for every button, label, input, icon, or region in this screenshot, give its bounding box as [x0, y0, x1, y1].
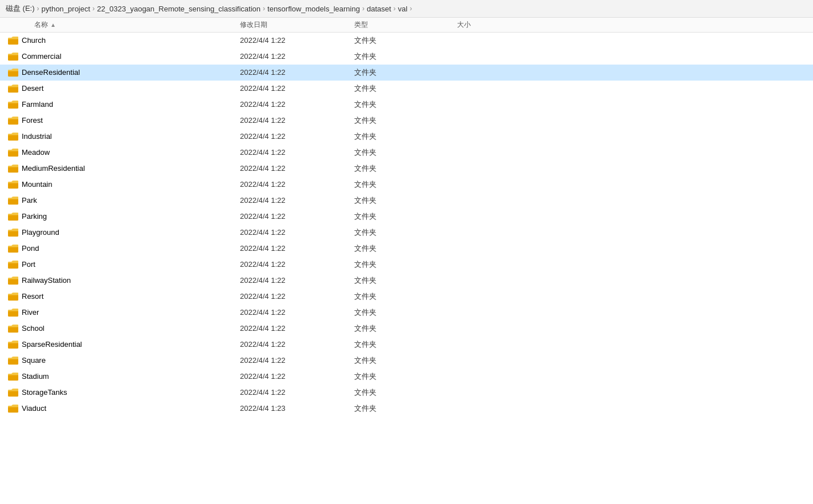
file-type: 文件夹: [354, 195, 457, 206]
svg-rect-22: [8, 390, 18, 397]
file-date: 2022/4/4 1:22: [240, 132, 354, 141]
file-type: 文件夹: [354, 115, 457, 126]
table-row[interactable]: Meadow 2022/4/4 1:22 文件夹: [0, 145, 813, 161]
sep-2: ›: [93, 5, 95, 13]
file-type: 文件夹: [354, 147, 457, 158]
sep-6: ›: [410, 5, 412, 13]
file-date: 2022/4/4 1:22: [240, 244, 354, 253]
table-row[interactable]: Farmland 2022/4/4 1:22 文件夹: [0, 97, 813, 113]
table-row[interactable]: Parking 2022/4/4 1:22 文件夹: [0, 209, 813, 225]
file-type: 文件夹: [354, 307, 457, 318]
table-row[interactable]: Park 2022/4/4 1:22 文件夹: [0, 193, 813, 209]
svg-rect-7: [8, 150, 18, 157]
file-name: Stadium: [22, 372, 49, 381]
table-row[interactable]: Mountain 2022/4/4 1:22 文件夹: [0, 177, 813, 193]
breadcrumb-disk[interactable]: 磁盘 (E:): [6, 3, 35, 14]
breadcrumb-val[interactable]: val: [398, 5, 408, 13]
file-name-cell: Meadow: [0, 148, 240, 157]
file-date: 2022/4/4 1:22: [240, 324, 354, 333]
file-date: 2022/4/4 1:22: [240, 388, 354, 397]
table-row[interactable]: Commercial 2022/4/4 1:22 文件夹: [0, 49, 813, 65]
file-name: Port: [22, 260, 35, 269]
table-row[interactable]: Port 2022/4/4 1:22 文件夹: [0, 257, 813, 273]
svg-rect-5: [8, 118, 18, 125]
file-date: 2022/4/4 1:22: [240, 260, 354, 269]
file-type: 文件夹: [354, 339, 457, 350]
file-name-cell: Viaduct: [0, 404, 240, 413]
breadcrumb-dataset[interactable]: dataset: [367, 5, 391, 13]
file-name: Forest: [22, 116, 43, 125]
breadcrumb-tensorflow[interactable]: tensorflow_models_learning: [267, 5, 360, 13]
breadcrumb-remote-sensing[interactable]: 22_0323_yaogan_Remote_sensing_classifica…: [97, 5, 261, 13]
folder-icon: [8, 212, 18, 221]
col-header-date[interactable]: 修改日期: [240, 20, 354, 30]
file-type: 文件夹: [354, 51, 457, 62]
table-row[interactable]: DenseResidential 2022/4/4 1:22 文件夹: [0, 65, 813, 81]
file-name: Farmland: [22, 100, 53, 109]
svg-rect-8: [8, 166, 18, 173]
file-list: Church 2022/4/4 1:22 文件夹 Commercial 2022…: [0, 33, 813, 417]
col-header-size[interactable]: 大小: [457, 20, 526, 30]
svg-rect-17: [8, 310, 18, 317]
file-type: 文件夹: [354, 227, 457, 238]
table-row[interactable]: MediumResidential 2022/4/4 1:22 文件夹: [0, 161, 813, 177]
svg-rect-3: [8, 86, 18, 93]
folder-icon: [8, 116, 18, 125]
col-header-type[interactable]: 类型: [354, 20, 457, 30]
svg-rect-6: [8, 134, 18, 141]
svg-rect-20: [8, 358, 18, 365]
file-date: 2022/4/4 1:22: [240, 372, 354, 381]
svg-rect-16: [8, 294, 18, 301]
file-name-cell: Industrial: [0, 132, 240, 141]
table-row[interactable]: StorageTanks 2022/4/4 1:22 文件夹: [0, 385, 813, 401]
folder-icon: [8, 180, 18, 189]
svg-rect-14: [8, 262, 18, 269]
table-row[interactable]: Pond 2022/4/4 1:22 文件夹: [0, 241, 813, 257]
file-date: 2022/4/4 1:22: [240, 36, 354, 45]
table-row[interactable]: Desert 2022/4/4 1:22 文件夹: [0, 81, 813, 97]
table-row[interactable]: Industrial 2022/4/4 1:22 文件夹: [0, 129, 813, 145]
table-row[interactable]: Square 2022/4/4 1:22 文件夹: [0, 353, 813, 369]
file-date: 2022/4/4 1:22: [240, 100, 354, 109]
file-date: 2022/4/4 1:22: [240, 116, 354, 125]
file-name-cell: RailwayStation: [0, 276, 240, 285]
table-row[interactable]: SparseResidential 2022/4/4 1:22 文件夹: [0, 337, 813, 353]
file-name-cell: School: [0, 324, 240, 333]
folder-icon: [8, 196, 18, 205]
file-type: 文件夹: [354, 131, 457, 142]
folder-icon: [8, 324, 18, 333]
folder-icon: [8, 404, 18, 413]
table-row[interactable]: River 2022/4/4 1:22 文件夹: [0, 305, 813, 321]
folder-icon: [8, 292, 18, 301]
breadcrumb-python-project[interactable]: python_project: [42, 5, 90, 13]
svg-rect-23: [8, 406, 18, 413]
file-type: 文件夹: [354, 35, 457, 46]
table-row[interactable]: RailwayStation 2022/4/4 1:22 文件夹: [0, 273, 813, 289]
svg-rect-10: [8, 198, 18, 205]
file-type: 文件夹: [354, 179, 457, 190]
file-date: 2022/4/4 1:22: [240, 52, 354, 61]
folder-icon: [8, 340, 18, 349]
table-row[interactable]: Viaduct 2022/4/4 1:23 文件夹: [0, 401, 813, 417]
file-name-cell: Farmland: [0, 100, 240, 109]
file-name: Pond: [22, 244, 39, 253]
folder-icon: [8, 164, 18, 173]
svg-rect-12: [8, 230, 18, 237]
file-type: 文件夹: [354, 371, 457, 382]
table-row[interactable]: Church 2022/4/4 1:22 文件夹: [0, 33, 813, 49]
file-date: 2022/4/4 1:22: [240, 84, 354, 93]
table-row[interactable]: School 2022/4/4 1:22 文件夹: [0, 321, 813, 337]
file-date: 2022/4/4 1:22: [240, 164, 354, 173]
col-header-name[interactable]: 名称 ▲: [0, 20, 240, 30]
file-type: 文件夹: [354, 275, 457, 286]
file-name: Park: [22, 196, 37, 205]
file-name-cell: Playground: [0, 228, 240, 237]
file-name: Viaduct: [22, 404, 46, 413]
table-row[interactable]: Forest 2022/4/4 1:22 文件夹: [0, 113, 813, 129]
svg-rect-13: [8, 246, 18, 253]
sep-4: ›: [362, 5, 365, 13]
table-row[interactable]: Stadium 2022/4/4 1:22 文件夹: [0, 369, 813, 385]
table-row[interactable]: Playground 2022/4/4 1:22 文件夹: [0, 225, 813, 241]
table-row[interactable]: Resort 2022/4/4 1:22 文件夹: [0, 289, 813, 305]
file-name: River: [22, 308, 39, 317]
